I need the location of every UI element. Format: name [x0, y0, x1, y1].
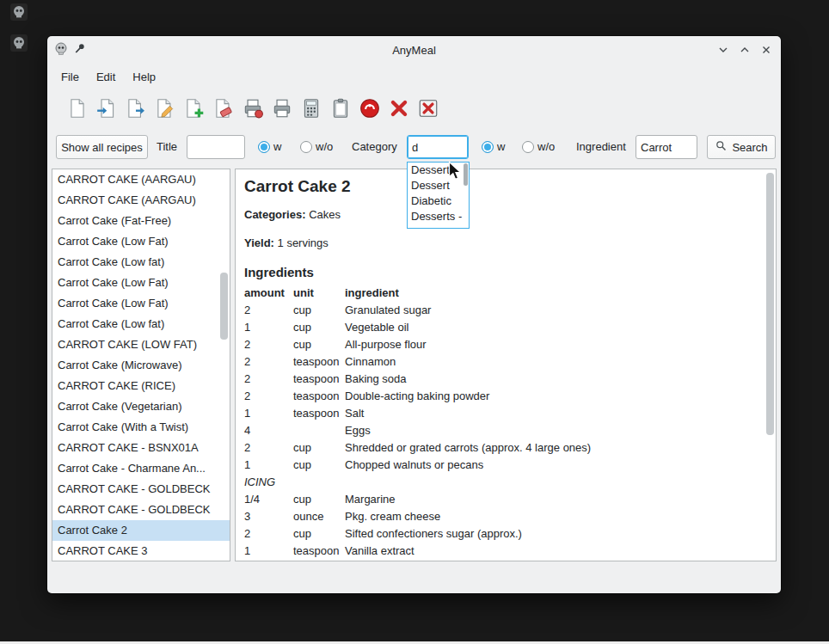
- category-with-radio[interactable]: [482, 141, 494, 153]
- add-recipe-icon[interactable]: [183, 97, 206, 120]
- col-unit: unit: [293, 284, 345, 301]
- title-filter-input[interactable]: [187, 135, 245, 159]
- recipe-list: CARROT CAKE (AARGAU)CARROT CAKE (AARGAU)…: [52, 169, 230, 561]
- yield-value: 1 servings: [278, 236, 329, 249]
- maximize-button[interactable]: [737, 42, 752, 58]
- delete-database-icon[interactable]: [388, 97, 410, 120]
- list-item[interactable]: CARROT CAKE (AARGAU): [52, 190, 230, 211]
- edit-recipe-icon[interactable]: [154, 97, 176, 120]
- list-item[interactable]: Carrot Cake (Low fat): [52, 314, 230, 334]
- categories-label: Categories:: [244, 208, 306, 221]
- list-item[interactable]: CARROT CAKE - GOLDBECK: [52, 500, 230, 520]
- category-with-label: w: [497, 140, 505, 153]
- show-all-recipes-button[interactable]: Show all recipes: [56, 135, 148, 159]
- yield-label: Yield:: [244, 236, 274, 249]
- dropdown-item[interactable]: Desserts -: [408, 209, 469, 224]
- export-recipe-icon[interactable]: [125, 97, 147, 120]
- title-without-radio[interactable]: [300, 141, 312, 153]
- import-recipe-icon[interactable]: [95, 97, 118, 120]
- ingredient-row: 2cupGranulated sugar: [244, 301, 591, 318]
- pin-icon[interactable]: [73, 42, 86, 58]
- desktop-app-icon-2[interactable]: [10, 34, 28, 52]
- erase-recipe-icon[interactable]: [212, 97, 235, 120]
- ingredient-row: 3ouncePkg. cream cheese: [244, 507, 591, 524]
- ingredient-row: 1cupChopped walnuts or pecans: [244, 456, 591, 473]
- dropdown-item[interactable]: Dessert: [408, 178, 469, 193]
- list-item[interactable]: Carrot Cake (Low fat): [52, 252, 230, 273]
- title-with-label: w: [273, 140, 281, 153]
- recipe-list-scrollbar[interactable]: [220, 273, 228, 340]
- category-filter-input[interactable]: [407, 135, 469, 159]
- ingredient-row: 2cupSifted confectioners sugar (approx.): [244, 524, 591, 542]
- category-dropdown: DessertsDessertDiabeticDesserts -: [407, 162, 470, 229]
- desktop-app-icon[interactable]: [10, 3, 28, 21]
- toolbar: [47, 89, 781, 127]
- ingredient-row: ICING: [244, 473, 591, 490]
- list-item[interactable]: Carrot Cake (Low Fat): [52, 231, 230, 252]
- list-item[interactable]: CARROT CAKE - BSNX01A: [52, 438, 230, 458]
- list-item[interactable]: CARROT CAKE (AARGAU): [52, 169, 230, 190]
- recipe-detail-scrollbar[interactable]: [766, 173, 774, 435]
- recipe-detail: Carrot Cake 2 Categories: Cakes Yield: 1…: [236, 169, 776, 559]
- col-ingredient: ingredient: [345, 284, 591, 301]
- print-recipe-icon[interactable]: [271, 97, 293, 120]
- search-icon: [715, 139, 728, 155]
- title-filter-label: Title: [157, 140, 177, 153]
- category-dropdown-list: DessertsDessertDiabeticDesserts -: [408, 163, 469, 224]
- title-with-radio[interactable]: [258, 141, 270, 153]
- print-preview-icon[interactable]: [242, 97, 264, 120]
- dropdown-item[interactable]: Diabetic: [408, 193, 469, 209]
- list-item[interactable]: CARROT CAKE 3: [52, 541, 230, 561]
- menu-help[interactable]: Help: [124, 67, 164, 87]
- ingredient-filter-label: Ingredient: [576, 140, 626, 153]
- ingredient-row: 1cupVegetable oil: [244, 318, 591, 335]
- category-filter-label: Category: [352, 140, 397, 153]
- menu-file[interactable]: File: [52, 67, 88, 87]
- anymeal-app-icon: [54, 42, 68, 58]
- recipe-categories: Categories: Cakes: [244, 208, 755, 222]
- anymeal-logo-icon[interactable]: [359, 97, 381, 120]
- new-recipe-icon[interactable]: [66, 97, 89, 120]
- recipe-detail-panel: Carrot Cake 2 Categories: Cakes Yield: 1…: [235, 169, 777, 561]
- ingredient-row: 2cupShredded or grated carrots (approx. …: [244, 439, 591, 456]
- ingredient-row: 2teaspoonDouble-acting baking powder: [244, 387, 591, 404]
- ingredient-row: 4Eggs: [244, 421, 591, 439]
- list-item[interactable]: CARROT CAKE (LOW FAT): [52, 334, 230, 355]
- convert-units-icon[interactable]: [300, 97, 322, 120]
- menubar: File Edit Help: [47, 64, 781, 89]
- titlebar[interactable]: AnyMeal: [47, 36, 781, 64]
- ingredient-section-label: ICING: [244, 473, 591, 490]
- list-item[interactable]: Carrot Cake (Microwave): [52, 355, 230, 376]
- quit-icon[interactable]: [417, 97, 439, 120]
- menu-edit[interactable]: Edit: [88, 67, 124, 87]
- list-item[interactable]: Carrot Cake (Vegetarian): [52, 396, 230, 417]
- anymeal-window: AnyMeal File Edit Help: [47, 36, 781, 593]
- ingredient-table-body: 2cupGranulated sugar1cupVegetable oil2cu…: [244, 301, 591, 559]
- list-item[interactable]: Carrot Cake (With a Twist): [52, 417, 230, 438]
- list-item[interactable]: CARROT CAKE - GOLDBECK: [52, 479, 230, 500]
- col-amount: amount: [244, 284, 293, 301]
- categories-value: Cakes: [309, 208, 341, 221]
- recipe-title: Carrot Cake 2: [244, 176, 755, 196]
- ingredient-table: amount unit ingredient 2cupGranulated su…: [244, 284, 591, 559]
- list-item[interactable]: Carrot Cake (Fat-Free): [52, 211, 230, 231]
- ingredient-row: 1teaspoonVanilla extract: [244, 542, 591, 559]
- close-button[interactable]: [758, 42, 774, 58]
- copy-recipe-icon[interactable]: [329, 97, 352, 120]
- category-without-radio[interactable]: [522, 141, 534, 153]
- ingredient-row: 2cupAll-purpose flour: [244, 335, 591, 353]
- search-button[interactable]: Search: [707, 135, 776, 159]
- recipe-list-panel: CARROT CAKE (AARGAU)CARROT CAKE (AARGAU)…: [52, 169, 230, 561]
- ingredient-filter-input[interactable]: [636, 135, 697, 159]
- list-item[interactable]: Carrot Cake 2: [52, 520, 230, 541]
- dropdown-item[interactable]: Desserts: [408, 163, 469, 178]
- recipe-yield: Yield: 1 servings: [244, 236, 755, 250]
- list-item[interactable]: Carrot Cake (Low Fat): [52, 273, 230, 293]
- list-item[interactable]: Carrot Cake - Charmane An...: [52, 458, 230, 479]
- minimize-button[interactable]: [715, 42, 731, 58]
- ingredient-row: 1teaspoonSalt: [244, 404, 591, 421]
- list-item[interactable]: CARROT CAKE (RICE): [52, 376, 230, 396]
- list-item[interactable]: Carrot Cake (Low Fat): [52, 293, 230, 314]
- category-without-label: w/o: [537, 140, 555, 153]
- dropdown-scrollbar[interactable]: [464, 163, 468, 186]
